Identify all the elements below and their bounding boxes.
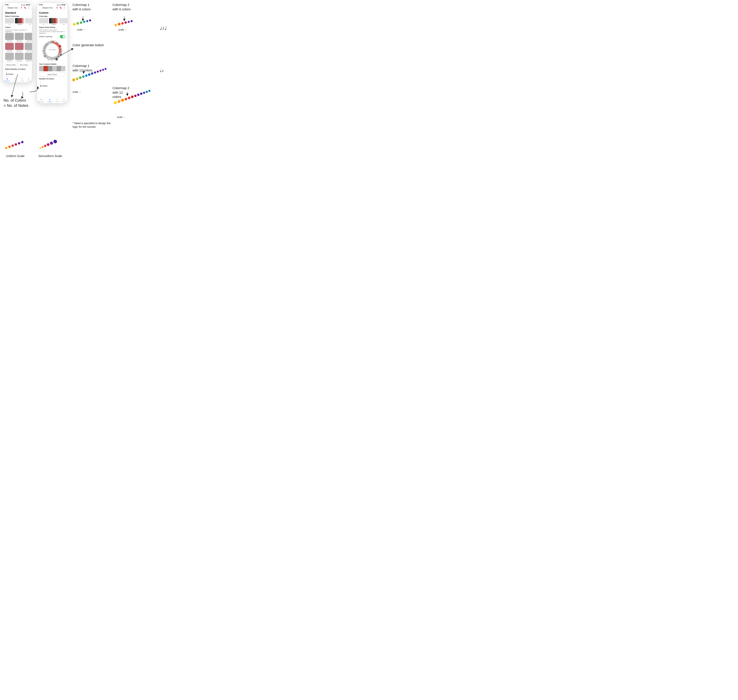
dot-c2-12-3 xyxy=(124,97,128,101)
wheel-circle-6[interactable] xyxy=(55,58,58,60)
status-icons-standard: ▲▲▲ wifi ▮ xyxy=(21,4,29,6)
status-bar-custom: 9:41 ▲▲▲ wifi ▮ xyxy=(37,3,67,6)
colormap-item-0[interactable]: Is xyxy=(5,18,14,25)
wifi-icon: wifi xyxy=(26,4,28,6)
palette-seg-4 xyxy=(57,66,61,71)
share-icon-c[interactable]: ⬆ xyxy=(56,6,58,9)
colormap-item-1[interactable]: Plasma xyxy=(15,18,24,25)
wheel-circle-2[interactable] xyxy=(47,58,50,60)
dot-uni-0 xyxy=(5,146,8,150)
tab-c-standard[interactable]: ⊕ Standard xyxy=(39,98,44,103)
colormap-label-custom: Colormap xyxy=(39,15,65,17)
colormap-item-2[interactable]: M xyxy=(25,18,32,25)
bookmark-icon-c[interactable]: 🔖 xyxy=(59,6,62,9)
dot-c1-12-7 xyxy=(94,71,96,74)
color-hex-3: #ABCDEF xyxy=(7,50,12,52)
tab-filters[interactable]: ⊙ Filters xyxy=(27,77,31,82)
bookmark-icon[interactable]: 🔖 xyxy=(24,6,26,9)
tab-saved[interactable]: ≡ Saved xyxy=(20,78,24,82)
dot-c2-12-10 xyxy=(145,91,148,93)
color-hex-2: #ABCDEF xyxy=(26,40,32,42)
color-cell-6[interactable]: #ABCDEF xyxy=(5,53,14,62)
tab-bar-custom: ⊕ Standard ✦ Custom ≡ Saved ⊙ Filters xyxy=(37,97,67,103)
dots-colormap1-6 xyxy=(73,18,92,26)
colormap-item-c1[interactable]: Plasma xyxy=(49,18,58,25)
dot-c1-6-2 xyxy=(80,21,83,24)
colormap-strip-standard: Is Plasma M xyxy=(5,18,30,25)
tab-c-filters[interactable]: ⊙ Filters xyxy=(62,98,66,103)
color-cell-0[interactable]: #ABCDEF xyxy=(5,33,14,42)
color-cell-4[interactable]: #ABCDEF xyxy=(15,43,24,52)
color-cell-1[interactable]: #ABCDEF xyxy=(15,33,24,42)
color-cell-7[interactable]: #ABCDEF xyxy=(15,53,24,62)
tab-c-custom[interactable]: ✦ Custom xyxy=(47,98,52,103)
colormap-label-0: Is xyxy=(9,24,10,25)
select-num-label: Select Number of Colors xyxy=(5,68,30,70)
wheel-circle-5[interactable] xyxy=(59,53,62,56)
step-c-active-row: 6 Colors xyxy=(40,85,65,87)
color-grid-standard: #ABCDEF #ABCDEF #ABCDEF #ABCDEF #ABCDEF xyxy=(5,33,30,62)
dot-nonu-0 xyxy=(40,147,41,149)
colormap-item-c0[interactable]: Is xyxy=(39,18,48,25)
smiley-icon-c[interactable]: ☺ xyxy=(63,6,65,9)
tab-c-saved[interactable]: ≡ Saved xyxy=(55,98,59,103)
color-cell-8[interactable]: #ABCDEF xyxy=(25,53,32,62)
dot-c2-12-1 xyxy=(117,100,121,103)
step-active-row: 6 Colors xyxy=(6,73,30,75)
annotation-specialist: * Need a specialist to design the logic … xyxy=(73,122,111,129)
uniform-spacing-toggle[interactable] xyxy=(60,35,65,38)
custom-content: Custom Colormap Is Plasma M Sel xyxy=(37,10,67,92)
tab-c-icon-standard: ⊕ xyxy=(40,98,43,101)
dot-c1-12-8 xyxy=(96,70,99,73)
palette-preview xyxy=(39,66,65,71)
dot-nonu-2 xyxy=(44,144,47,147)
reset-colors-btn-standard[interactable]: Reset Colors xyxy=(5,63,17,67)
colormap-item-c2[interactable]: M xyxy=(59,18,68,25)
status-time-standard: 9:41 xyxy=(5,4,9,6)
dots-nonuniform-scale xyxy=(38,139,57,149)
select-color-points-label: Select Color Points xyxy=(39,26,65,28)
wheel-circle-4[interactable] xyxy=(54,40,56,42)
test-colors-btn-standard[interactable]: Test Colors xyxy=(18,63,30,67)
test-colors-label[interactable]: Test Colors xyxy=(49,49,56,50)
palette-seg-3 xyxy=(52,66,57,71)
dot-c1-12-1 xyxy=(75,77,79,81)
nav-bar-custom: Matplot Gen ⬆ 🔖 ☺ xyxy=(37,6,67,10)
reset-colors-btn-custom[interactable]: Reset Colors xyxy=(39,72,65,76)
dot-uni-5 xyxy=(21,141,24,144)
dot-c1-12-3 xyxy=(82,75,85,78)
dot-c2-6-1 xyxy=(117,22,121,26)
color-cell-5[interactable]: #ABCDEF xyxy=(25,43,32,52)
smiley-icon[interactable]: ☺ xyxy=(28,6,30,9)
color-swatch-8 xyxy=(25,53,32,60)
color-swatch-1 xyxy=(15,33,24,40)
dot-uni-3 xyxy=(15,143,18,146)
dots-colormap2-6 xyxy=(114,19,133,27)
colors-label: Colors xyxy=(5,26,30,28)
dot-nonu-5 xyxy=(53,139,57,144)
tab-bar-standard: ⊕ Standard ✦ Custom ≡ Saved ⊙ Filters xyxy=(3,76,32,82)
tab-standard[interactable]: ⊕ Standard xyxy=(4,77,10,82)
annotation-colormap1-6: Colormap 1 with 6 colors xyxy=(73,3,91,12)
wheel-circle-0[interactable] xyxy=(43,49,45,52)
dot-c1-12-6 xyxy=(91,72,94,75)
wheel-circle-3[interactable] xyxy=(48,41,50,44)
color-wheel-svg[interactable]: Test Colors xyxy=(41,40,63,62)
dot-c1-12-2 xyxy=(79,76,82,79)
tab-icon-filters: ⊙ xyxy=(28,77,29,80)
tab-custom[interactable]: ✦ Custom xyxy=(13,77,17,82)
palette-seg-0 xyxy=(39,66,44,71)
signal-icon: ▲▲▲ xyxy=(21,4,25,6)
color-cell-3[interactable]: #ABCDEF xyxy=(5,43,14,52)
colormap-label-c0: Is xyxy=(43,24,44,25)
tab-label-filters: Filters xyxy=(27,80,31,82)
scale-arrow-cm2-12: scale → xyxy=(117,116,126,119)
share-icon[interactable]: ⬆ xyxy=(21,6,22,9)
dot-c2-12-9 xyxy=(143,91,145,94)
dot-nonu-3 xyxy=(47,143,50,146)
wheel-circle-1[interactable] xyxy=(44,54,47,57)
color-cell-2[interactable]: #ABCDEF xyxy=(25,33,32,42)
colormap-swatch-c1 xyxy=(49,18,58,24)
dot-c2-6-3 xyxy=(124,21,127,24)
wheel-circle-red[interactable] xyxy=(58,45,61,48)
